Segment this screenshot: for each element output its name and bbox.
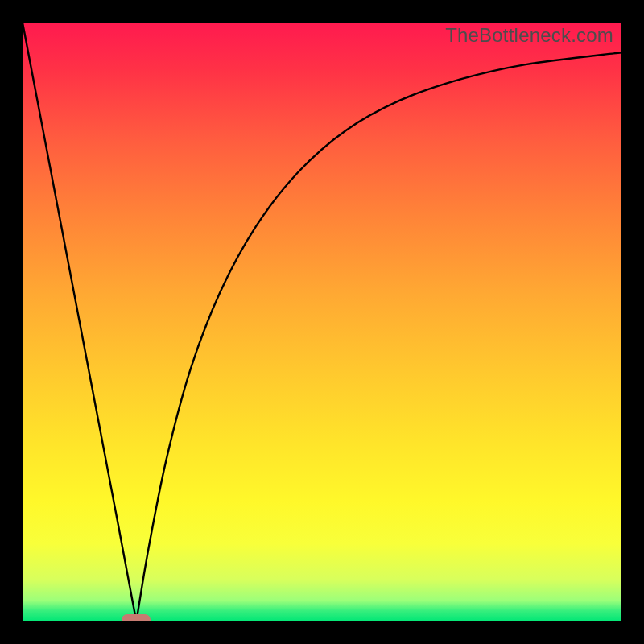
chart-frame: TheBottleneck.com xyxy=(0,0,644,644)
bottleneck-curve xyxy=(23,23,621,621)
plot-area: TheBottleneck.com xyxy=(23,23,621,621)
curve-layer xyxy=(23,23,621,621)
optimum-marker xyxy=(122,614,151,621)
